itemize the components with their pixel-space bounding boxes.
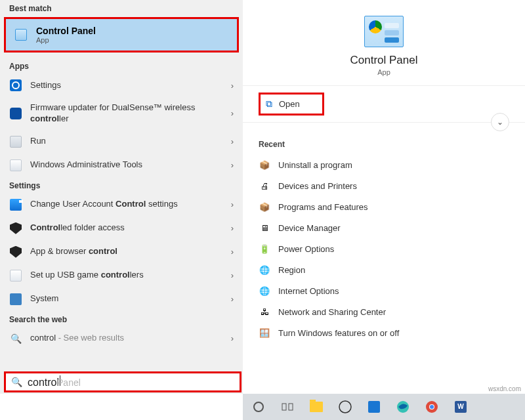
- recent-item[interactable]: 🌐Internet Options: [259, 280, 509, 301]
- shield-icon: [9, 245, 22, 259]
- recent-icon: 🔋: [259, 243, 270, 255]
- search-icon: 🔍: [9, 332, 22, 345]
- edge-icon[interactable]: [391, 396, 415, 417]
- search-icon: 🔍: [11, 377, 22, 387]
- recent-icon: 🪟: [259, 327, 270, 339]
- open-button[interactable]: ⧉ Open: [259, 93, 324, 116]
- recent-item[interactable]: 🌐Region: [259, 259, 509, 280]
- dell-icon[interactable]: [333, 396, 357, 417]
- recent-icon: 🖧: [259, 306, 270, 318]
- recent-label: Recent: [259, 140, 509, 149]
- section-settings: Settings: [0, 177, 243, 193]
- watermark: wsxdn.com: [488, 385, 521, 392]
- word-icon[interactable]: W: [449, 396, 472, 417]
- recent-item[interactable]: 📦Programs and Features: [259, 196, 509, 217]
- best-match-sub: App: [36, 36, 96, 44]
- chevron-right-icon: ›: [231, 108, 234, 118]
- recent-icon: 🌐: [259, 285, 270, 297]
- cortana-icon[interactable]: [247, 396, 270, 417]
- control-panel-icon: [14, 28, 28, 42]
- recent-item[interactable]: 🖧Network and Sharing Center: [259, 301, 509, 322]
- recent-item[interactable]: 📦Uninstall a program: [259, 154, 509, 175]
- recent-item[interactable]: 🪟Turn Windows features on or off: [259, 322, 509, 343]
- chevron-right-icon: ›: [231, 136, 234, 146]
- run-icon: [9, 135, 22, 148]
- svg-rect-2: [289, 404, 293, 410]
- setting-app-browser[interactable]: App & browser control ›: [0, 240, 243, 264]
- chevron-down-icon: ⌄: [497, 117, 503, 127]
- app-item-firmware[interactable]: Firmware updater for DualSense™ wireless…: [0, 97, 243, 130]
- setting-system[interactable]: System ›: [0, 287, 243, 311]
- search-input-text: control: [28, 377, 59, 388]
- recent-icon: 🖨: [259, 180, 270, 192]
- display-icon: [9, 293, 22, 306]
- svg-point-0: [254, 402, 263, 411]
- app-icon[interactable]: [362, 396, 386, 417]
- chevron-right-icon: ›: [231, 333, 234, 343]
- setting-uac[interactable]: Change User Account Control settings ›: [0, 193, 243, 217]
- app-item-settings[interactable]: Settings ›: [0, 74, 243, 97]
- hero-title: Control Panel: [350, 54, 417, 67]
- svg-rect-1: [282, 404, 286, 410]
- search-ghost: Panel: [57, 377, 81, 388]
- chevron-right-icon: ›: [231, 200, 234, 209]
- hero-sub: App: [377, 68, 390, 76]
- chevron-right-icon: ›: [231, 223, 234, 233]
- controller-icon: [9, 107, 22, 120]
- recent-icon: 📦: [259, 201, 270, 213]
- hero: Control Panel App: [243, 0, 525, 86]
- svg-point-7: [430, 405, 434, 409]
- search-box[interactable]: 🔍 controlPanel: [4, 371, 242, 392]
- open-icon: ⧉: [266, 98, 272, 110]
- file-explorer-icon[interactable]: [304, 396, 328, 417]
- shield-icon: [9, 222, 22, 235]
- taskbar: W: [243, 394, 525, 420]
- gamepad-icon: [9, 269, 22, 282]
- recent-item[interactable]: 🖨Devices and Printers: [259, 175, 509, 196]
- chevron-right-icon: ›: [231, 160, 234, 170]
- flag-icon: [9, 198, 22, 211]
- settings-icon: [9, 79, 22, 92]
- setting-folder-access[interactable]: Controlled folder access ›: [0, 217, 243, 240]
- recent-icon: 🌐: [259, 264, 270, 276]
- chevron-right-icon: ›: [231, 247, 234, 257]
- svg-point-3: [339, 401, 351, 413]
- setting-usb-controllers[interactable]: Set up USB game controllers ›: [0, 264, 243, 287]
- section-apps: Apps: [0, 58, 243, 74]
- expand-button[interactable]: ⌄: [491, 113, 509, 131]
- chrome-icon[interactable]: [420, 396, 444, 417]
- recent-item[interactable]: 🖥Device Manager: [259, 217, 509, 238]
- control-panel-hero-icon: [364, 16, 404, 47]
- recent-item[interactable]: 🔋Power Options: [259, 238, 509, 259]
- app-item-run[interactable]: Run ›: [0, 130, 243, 154]
- chevron-right-icon: ›: [231, 294, 234, 304]
- chevron-right-icon: ›: [231, 270, 234, 280]
- section-web: Search the web: [0, 311, 243, 327]
- section-best-match: Best match: [0, 0, 243, 16]
- tools-icon: [9, 159, 22, 172]
- recent-icon: 🖥: [259, 222, 270, 234]
- task-view-icon[interactable]: [276, 396, 299, 417]
- chevron-right-icon: ›: [231, 81, 234, 91]
- best-match-result[interactable]: Control Panel App: [4, 17, 239, 52]
- web-search-item[interactable]: 🔍 control - See web results ›: [0, 327, 243, 350]
- recent-icon: 📦: [259, 159, 270, 171]
- best-match-title: Control Panel: [36, 26, 96, 36]
- app-item-admin-tools[interactable]: Windows Administrative Tools ›: [0, 154, 243, 177]
